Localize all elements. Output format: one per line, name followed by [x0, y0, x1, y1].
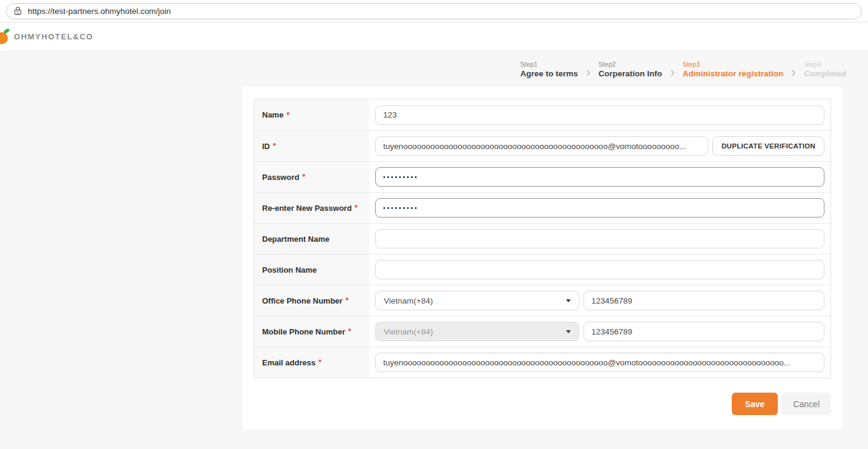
required-mark: * — [318, 358, 321, 367]
password-input[interactable] — [375, 167, 824, 187]
name-input[interactable] — [375, 105, 824, 125]
url-text: https://test-partners.ohmyhotel.com/join — [28, 7, 171, 16]
office-phone-input[interactable] — [584, 291, 824, 310]
chevron-right-icon — [586, 69, 591, 77]
duplicate-verification-button[interactable]: DUPLICATE VERIFICATION — [712, 136, 824, 156]
reenter-password-row: Re-enter New Password* — [254, 192, 830, 223]
email-input[interactable] — [375, 353, 824, 372]
office-phone-country-select[interactable]: Vietnam(+84) — [375, 291, 579, 310]
office-phone-label: Office Phone Number* — [254, 285, 369, 316]
chevron-right-icon — [791, 69, 796, 77]
reenter-password-input[interactable] — [375, 198, 824, 218]
department-label: Department Name — [254, 224, 369, 254]
registration-card: Name* ID* DUPLICATE VERIFICATION Passwor… — [241, 85, 844, 431]
mobile-phone-country-value: Vietnam(+84) — [384, 327, 433, 336]
reenter-password-label: Re-enter New Password* — [254, 193, 369, 223]
caret-down-icon — [566, 330, 571, 333]
step-number: Step2 — [599, 61, 662, 68]
position-row: Position Name — [254, 254, 830, 285]
department-row: Department Name — [254, 223, 830, 254]
required-mark: * — [355, 204, 358, 212]
required-mark: * — [302, 173, 305, 181]
name-label: Name* — [254, 99, 369, 130]
chevron-right-icon — [670, 69, 675, 77]
step-title: Administrator registration — [683, 69, 784, 78]
id-input[interactable] — [375, 136, 708, 156]
form-actions: Save Cancel — [242, 393, 831, 430]
step-number: Step4 — [804, 61, 846, 68]
id-label: ID* — [254, 131, 369, 161]
email-row: Email address* — [254, 347, 830, 377]
id-row: ID* DUPLICATE VERIFICATION — [254, 130, 830, 161]
address-bar[interactable]: https://test-partners.ohmyhotel.com/join — [6, 3, 862, 19]
required-mark: * — [273, 142, 276, 150]
mobile-phone-row: Mobile Phone Number* Vietnam(+84) — [254, 316, 830, 347]
orange-fruit-icon — [0, 29, 10, 45]
password-row: Password* — [254, 161, 830, 192]
step-number: Step1 — [520, 61, 577, 68]
step-completed: Step4 Completed — [804, 61, 846, 78]
registration-form: Name* ID* DUPLICATE VERIFICATION Passwor… — [254, 99, 831, 378]
step-title: Corperation Info — [599, 69, 662, 78]
office-phone-country-value: Vietnam(+84) — [384, 296, 433, 305]
email-label: Email address* — [254, 347, 369, 377]
save-button[interactable]: Save — [732, 393, 778, 415]
password-label: Password* — [254, 162, 369, 192]
step-title: Agree to terms — [520, 69, 577, 78]
name-row: Name* — [254, 99, 830, 130]
step-administrator-registration: Step3 Administrator registration — [683, 61, 784, 78]
site-header: OHMYHOTEL&CO — [0, 22, 868, 52]
steps-breadcrumb: Step1 Agree to terms Step2 Corperation I… — [0, 61, 846, 78]
required-mark: * — [286, 111, 289, 119]
step-corperation-info: Step2 Corperation Info — [599, 61, 662, 78]
required-mark: * — [346, 296, 349, 305]
position-input[interactable] — [375, 260, 824, 279]
cancel-button[interactable]: Cancel — [781, 393, 831, 415]
department-input[interactable] — [375, 229, 824, 248]
mobile-phone-input[interactable] — [584, 322, 824, 341]
lock-icon — [14, 7, 22, 15]
step-agree-to-terms: Step1 Agree to terms — [520, 61, 577, 78]
required-mark: * — [348, 327, 351, 336]
office-phone-row: Office Phone Number* Vietnam(+84) — [254, 285, 830, 316]
step-title: Completed — [804, 69, 846, 78]
caret-down-icon — [566, 299, 571, 302]
logo[interactable]: OHMYHOTEL&CO — [0, 29, 93, 45]
mobile-phone-label: Mobile Phone Number* — [254, 316, 369, 347]
step-number: Step3 — [683, 61, 784, 68]
position-label: Position Name — [254, 254, 369, 285]
mobile-phone-country-select: Vietnam(+84) — [375, 322, 579, 341]
logo-text: OHMYHOTEL&CO — [14, 32, 93, 41]
browser-bar: https://test-partners.ohmyhotel.com/join — [0, 0, 868, 22]
